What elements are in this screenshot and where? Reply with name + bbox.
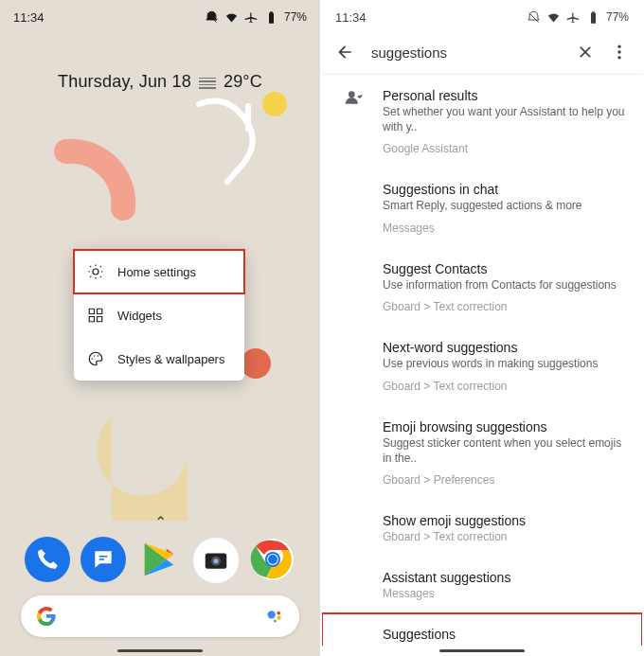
svg-point-12: [268, 611, 276, 618]
home-screen: 11:34 77% Thursday, Jun 18 29°C Home set…: [0, 0, 322, 656]
search-input[interactable]: [369, 44, 561, 62]
menu-label: Widgets: [117, 309, 162, 323]
status-icons: 77%: [527, 10, 629, 25]
menu-label: Home settings: [117, 265, 196, 279]
person-icon: [344, 88, 363, 107]
result-emoji-browsing[interactable]: Emoji browsing suggestions Suggest stick…: [322, 406, 642, 500]
svg-point-16: [617, 45, 620, 48]
result-crumb: Gboard > Text correction: [383, 300, 625, 313]
svg-point-15: [274, 620, 277, 623]
nav-handle[interactable]: [439, 649, 525, 652]
battery-icon: [264, 10, 278, 25]
camera-icon: [202, 546, 230, 575]
svg-point-17: [617, 50, 620, 53]
svg-point-3: [94, 355, 96, 357]
airplane-icon: [244, 10, 259, 25]
app-chrome[interactable]: [250, 537, 295, 582]
battery-percent: 77%: [606, 10, 629, 24]
status-icons: 77%: [205, 10, 307, 25]
play-icon: [137, 538, 181, 581]
result-sub: Suggest sticker content when you select …: [383, 436, 625, 466]
result-title: Suggestions in chat: [383, 182, 625, 197]
battery-icon: [586, 10, 600, 25]
gear-icon: [87, 263, 104, 280]
result-crumb: Gboard > Preferences: [383, 473, 625, 487]
result-title: Show emoji suggestions: [383, 513, 625, 528]
overflow-icon[interactable]: [610, 43, 629, 62]
back-icon[interactable]: [335, 43, 354, 62]
svg-point-18: [617, 56, 620, 59]
svg-point-4: [98, 355, 99, 357]
app-play-store[interactable]: [136, 537, 182, 582]
result-sub: Set whether you want your Assistant to h…: [383, 105, 625, 134]
chrome-icon: [250, 537, 295, 582]
result-suggestions-chat[interactable]: Suggestions in chat Smart Reply, suggest…: [322, 168, 642, 248]
result-suggest-contacts[interactable]: Suggest Contacts Use information from Co…: [322, 248, 642, 328]
result-title: Suggest Contacts: [383, 261, 625, 276]
app-drawer-caret-icon[interactable]: ⌃: [154, 513, 167, 531]
phone-icon: [35, 547, 60, 572]
svg-point-7: [214, 558, 219, 563]
svg-point-2: [92, 358, 94, 360]
svg-point-19: [349, 91, 355, 98]
status-bar: 11:34 77%: [322, 0, 642, 30]
menu-item-widgets[interactable]: Widgets: [74, 293, 244, 337]
search-header: [322, 30, 642, 75]
result-sub: Use information from Contacts for sugges…: [383, 278, 625, 293]
result-assistant-suggestions[interactable]: Assistant suggestions Messages: [322, 557, 642, 613]
result-show-emoji[interactable]: Show emoji suggestions Gboard > Text cor…: [322, 500, 642, 557]
status-bar: 11:34 77%: [0, 0, 320, 30]
result-title: Next-word suggestions: [383, 340, 625, 355]
svg-point-14: [277, 616, 280, 620]
result-title: Personal results: [383, 88, 625, 103]
wifi-icon: [546, 10, 561, 25]
svg-point-13: [277, 612, 280, 615]
status-time: 11:34: [335, 10, 367, 25]
result-personal[interactable]: Personal results Set whether you want yo…: [322, 75, 642, 168]
result-sub: Smart Reply, suggested actions & more: [383, 199, 625, 214]
result-suggestions-launcher[interactable]: Suggestions For Overview & All Apps list…: [322, 613, 642, 646]
result-crumb: Gboard > Text correction: [383, 530, 625, 543]
dnd-icon: [527, 10, 541, 25]
dnd-icon: [205, 10, 219, 25]
clear-icon[interactable]: [576, 43, 595, 62]
messages-icon: [91, 547, 116, 572]
google-search-bar[interactable]: [21, 595, 299, 637]
result-crumb: Messages: [383, 222, 625, 235]
wifi-icon: [224, 10, 239, 25]
app-phone[interactable]: [25, 537, 70, 582]
battery-percent: 77%: [284, 10, 307, 24]
svg-point-0: [262, 92, 287, 116]
home-context-menu: Home settings Widgets Styles & wallpaper…: [74, 250, 244, 381]
search-results-list[interactable]: Personal results Set whether you want yo…: [322, 75, 642, 646]
airplane-icon: [566, 10, 581, 25]
result-title: Suggestions: [383, 627, 625, 642]
temperature-text: 29°C: [224, 72, 262, 92]
result-crumb: Messages: [383, 587, 625, 600]
palette-icon: [87, 350, 104, 367]
result-sub: For Overview & All Apps list: [383, 644, 625, 646]
svg-point-1: [241, 348, 271, 379]
menu-item-styles[interactable]: Styles & wallpapers: [74, 337, 244, 381]
google-g-icon: [36, 606, 57, 627]
result-crumb: Google Assistant: [383, 142, 625, 155]
result-sub: Use previous words in making suggestions: [383, 357, 625, 372]
date-text: Thursday, Jun 18: [58, 72, 191, 92]
result-title: Emoji browsing suggestions: [383, 419, 625, 434]
favorites-row: [0, 537, 320, 584]
nav-handle[interactable]: [117, 649, 203, 652]
svg-point-11: [268, 555, 277, 564]
menu-label: Styles & wallpapers: [117, 352, 224, 366]
widgets-icon: [87, 307, 104, 324]
result-crumb: Gboard > Text correction: [383, 380, 625, 393]
result-next-word[interactable]: Next-word suggestions Use previous words…: [322, 327, 642, 406]
menu-item-home-settings[interactable]: Home settings: [74, 250, 244, 293]
result-title: Assistant suggestions: [383, 570, 625, 585]
app-camera[interactable]: [192, 537, 240, 584]
assistant-icon: [265, 607, 284, 626]
weather-icon: [199, 76, 216, 89]
settings-search-screen: 11:34 77% Personal results Set whether y…: [322, 0, 642, 656]
date-weather-row[interactable]: Thursday, Jun 18 29°C: [0, 72, 320, 92]
app-messages[interactable]: [80, 537, 126, 582]
status-time: 11:34: [13, 10, 45, 25]
